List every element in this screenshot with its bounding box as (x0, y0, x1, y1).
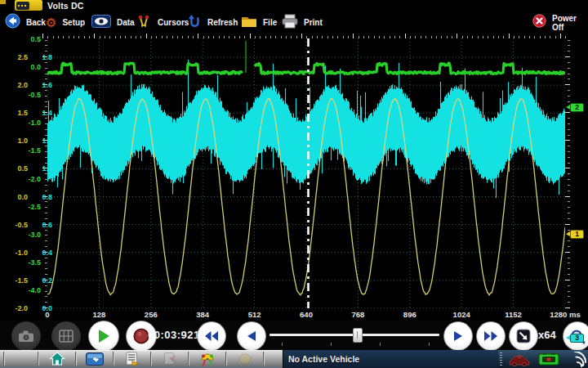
y-tick-ch2: -1.0 (21, 119, 41, 127)
y-tick-ch1: -2.0 (3, 304, 28, 312)
gear-icon: ⚙ (46, 16, 56, 29)
x-tick: 1280 ms (550, 310, 581, 319)
x-tick: 0 (45, 310, 49, 319)
playback-time: 00:03:921 (148, 329, 200, 341)
skip-forward-button[interactable] (476, 321, 506, 351)
channel-2-marker[interactable]: 2 (570, 103, 588, 112)
y-tick-ch2: -3.0 (21, 231, 41, 239)
print-button[interactable]: Print (282, 11, 323, 34)
y-tick-ch3: 1.2 (33, 137, 52, 145)
scope-app-icon (15, 0, 42, 11)
y-tick-ch3: 0.8 (33, 193, 52, 201)
car-comm-icon (508, 352, 531, 366)
y-tick-ch1: 0.0 (3, 193, 28, 201)
zoom-factor-label: x64 (538, 329, 556, 341)
battery-indicator (536, 352, 562, 367)
y-tick-ch1: -0.5 (3, 221, 28, 229)
slider-tick (282, 343, 283, 346)
export-button-disabled (154, 351, 186, 366)
y-tick-ch1: 1.0 (3, 137, 28, 145)
data-manager-button[interactable] (116, 351, 149, 366)
taskbar-divider (38, 352, 38, 366)
waveform-plot[interactable] (47, 38, 565, 308)
step-forward-button[interactable] (443, 321, 473, 351)
taskbar-divider (75, 352, 76, 366)
y-tick-ch1: 2.0 (3, 81, 28, 89)
back-icon (5, 13, 20, 32)
vehicle-status-text: No Active Vehicle (283, 354, 359, 364)
y-tick-ch3: 1.0 (33, 164, 52, 173)
back-button[interactable]: Back (5, 11, 46, 34)
data-list-icon (125, 352, 140, 366)
y-tick-ch1: 1.5 (3, 109, 28, 117)
data-label: Data (117, 18, 135, 27)
taskbar-divider (150, 352, 151, 366)
x-tick: 128 (92, 310, 105, 319)
print-label: Print (304, 18, 323, 27)
component-test-button[interactable] (191, 351, 224, 366)
x-tick: 768 (351, 310, 364, 319)
taskbar-divider (113, 352, 114, 366)
y-tick-ch3: 1.4 (33, 109, 52, 117)
file-button[interactable]: File (241, 11, 277, 34)
slider-tick (429, 343, 430, 346)
home-button[interactable] (41, 351, 74, 366)
data-button[interactable]: Data (91, 11, 135, 34)
corner-accent (0, 0, 6, 4)
y-tick-ch1: -1.0 (3, 249, 28, 257)
film-icon (59, 330, 74, 343)
y-tick-ch1: 2.5 (3, 53, 28, 61)
refresh-button[interactable]: Refresh (187, 11, 238, 34)
double-right-arrow-icon (483, 330, 498, 342)
x-tick: 384 (196, 310, 209, 319)
battery-icon (538, 352, 559, 366)
play-icon (97, 329, 110, 343)
skip-back-button[interactable] (197, 321, 226, 351)
y-tick-ch2: -2.5 (21, 203, 41, 211)
wifi-indicator (565, 352, 588, 367)
y-tick-ch3: 0.6 (33, 221, 52, 229)
meter-icon (199, 352, 216, 366)
toolbar: Back ⚙ Setup Data Cursors Refresh (0, 11, 588, 34)
y-tick-ch2: -0.5 (21, 91, 41, 99)
power-off-label: Power Off (552, 14, 588, 32)
x-tick: 896 (403, 310, 416, 319)
print-capture-button[interactable] (51, 321, 81, 351)
channel-3-marker[interactable]: 3 (570, 334, 588, 343)
position-slider-thumb[interactable] (353, 328, 363, 343)
y-tick-ch3: 0.2 (33, 276, 52, 285)
snapshot-button[interactable] (11, 321, 41, 351)
y-tick-ch3: 1.6 (33, 81, 52, 89)
left-arrow-icon (247, 330, 256, 342)
eye-icon (91, 15, 111, 31)
y-tick-ch1: -1.5 (3, 276, 28, 285)
record-icon (133, 328, 149, 344)
back-label: Back (26, 18, 46, 27)
folder-icon (241, 15, 257, 31)
refresh-icon (187, 13, 202, 33)
taskbar-divider (225, 352, 226, 366)
right-arrow-icon (453, 330, 463, 342)
y-tick-ch2: -4.0 (21, 286, 41, 294)
step-back-button[interactable] (237, 321, 266, 351)
x-tick: 1024 (453, 310, 470, 319)
y-tick-ch2: -2.0 (21, 175, 41, 183)
setup-button[interactable]: ⚙ Setup (46, 11, 85, 34)
scanner-button[interactable] (78, 351, 111, 366)
setup-label: Setup (62, 18, 85, 27)
file-label: File (263, 18, 277, 27)
playback-control-bar: 00:03:921 x64 (0, 321, 588, 350)
wifi-icon (567, 352, 586, 367)
pan-arrow-icon (516, 329, 531, 343)
zoom-window-button[interactable] (509, 321, 538, 351)
scanner-icon (86, 352, 104, 366)
cursors-button[interactable]: Cursors (136, 11, 189, 34)
slider-tick (380, 343, 381, 346)
system-taskbar: No Active Vehicle (0, 350, 588, 368)
info-button-disabled (229, 351, 261, 366)
lamp-icon (238, 352, 252, 366)
vehicle-comm-indicator (506, 352, 532, 367)
power-off-button[interactable]: Power Off (532, 11, 588, 34)
play-button[interactable] (88, 321, 119, 352)
channel-1-marker[interactable]: 1 (570, 230, 588, 239)
